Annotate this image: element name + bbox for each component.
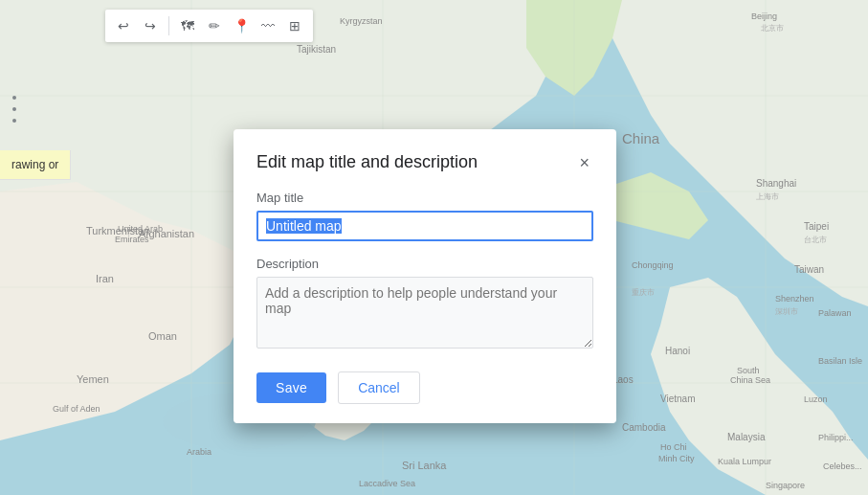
close-button[interactable]: ×	[575, 152, 593, 173]
description-label: Description	[256, 257, 593, 271]
dialog-header: Edit map title and description ×	[256, 152, 593, 173]
map-title-label: Map title	[256, 191, 593, 205]
description-input[interactable]	[256, 277, 593, 349]
save-button[interactable]: Save	[256, 372, 326, 403]
cancel-button[interactable]: Cancel	[338, 371, 420, 404]
dialog-title: Edit map title and description	[256, 152, 478, 172]
dialog-actions: Save Cancel	[256, 371, 593, 404]
map-title-input[interactable]	[256, 211, 593, 241]
edit-map-dialog: Edit map title and description × Map tit…	[234, 129, 616, 423]
